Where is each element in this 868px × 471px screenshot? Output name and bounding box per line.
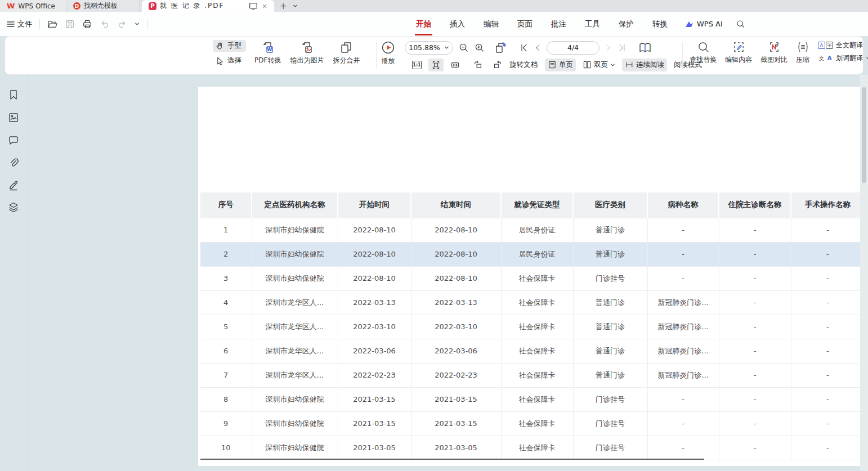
select-tool-button[interactable]: 选择 [213,55,246,66]
ribbon-tab-convert[interactable]: 转换 [651,13,669,35]
page-manage-icon[interactable] [494,41,508,55]
continuous-read-button[interactable]: 连续阅读 [622,59,667,71]
find-replace-button[interactable]: 查找替换 [690,41,717,65]
table-cell: 10 [200,436,252,460]
file-menu-button[interactable]: 文件 [7,19,32,29]
redo-icon[interactable] [117,19,127,29]
table-cell: 2021-03-05 [338,436,411,460]
read-mode-icon[interactable] [638,42,652,54]
ribbon-tab-protect[interactable]: 保护 [618,13,635,35]
table-cell: 2022-08-10 [338,266,411,290]
edit-content-label: 编辑内容 [725,55,752,65]
table-row: 10深圳市妇幼保健院2021-03-052021-03-05社会保障卡门诊挂号-… [200,436,860,460]
first-page-icon[interactable] [520,43,529,52]
pdf-convert-button[interactable]: W PDF转换 [254,41,281,65]
table-row: 2深圳市妇幼保健院2022-08-102022-08-10居民身份证普通门诊--… [200,242,860,266]
rotate-doc-label[interactable]: 旋转文档 [509,60,538,70]
zoom-level-dropdown[interactable]: 105.88% [405,41,453,55]
save-icon[interactable] [65,19,75,29]
ribbon-toolbar-panel: 手型 选择 W PDF转换 输出为图片 拆分合并 播放 105.88% [5,36,863,75]
ribbon-tab-insert[interactable]: 插入 [449,13,466,35]
fit-page-button[interactable] [428,59,444,71]
edit-content-button[interactable]: 编辑内容 [725,41,752,65]
scrollbar-thumb[interactable] [862,87,866,183]
table-cell: - [719,363,791,387]
table-cell: 6 [200,339,252,363]
ribbon-tab-tools[interactable]: 工具 [584,13,601,35]
next-page-icon[interactable] [605,44,612,52]
table-cell: - [719,387,791,411]
zoom-out-icon[interactable] [458,42,469,53]
split-merge-label: 拆分合并 [333,56,360,65]
table-cell: 5 [200,315,252,339]
table-cell: 社会保障卡 [501,339,573,363]
rotate-left-button[interactable] [470,58,486,71]
find-replace-label: 查找替换 [690,55,717,65]
quickbar-chevron-icon[interactable] [135,21,140,26]
undo-icon[interactable] [100,19,110,29]
vertical-scrollbar[interactable] [860,75,868,471]
chevron-down-icon [444,45,449,50]
ribbon-tab-edit[interactable]: 编辑 [482,13,500,35]
tab-wps-office[interactable]: W WPS Office [0,0,66,12]
pdf-convert-icon: W [261,41,275,54]
play-button[interactable]: 播放 [381,41,395,66]
ribbon-tabs: 开始 插入 编辑 页面 批注 工具 保护 转换 WPS AI [415,12,745,36]
search-icon[interactable] [736,19,745,29]
table-cell: 深圳市妇幼保健院 [252,411,338,436]
rotate-right-button[interactable] [490,58,505,71]
close-tab-icon[interactable]: × [262,2,267,10]
menubar: 文件 开始 插入 编辑 页面 批注 工具 保护 转换 WPS AI [0,12,868,36]
table-cell: 深圳市妇幼保健院 [252,436,338,460]
actual-size-button[interactable]: 1:1 [409,59,424,71]
tab-list-chevron-icon[interactable] [293,3,298,8]
word-translate-icon: 文A [818,55,833,62]
wps-ai-button[interactable]: WPS AI [685,20,723,28]
last-page-icon[interactable] [618,43,627,52]
table-cell: 普通门诊 [573,290,647,315]
monitor-icon[interactable] [248,1,258,11]
ribbon-tab-home[interactable]: 开始 [415,13,432,35]
table-row: 9深圳市妇幼保健院2021-03-152021-03-15社会保障卡门诊挂号--… [200,411,860,436]
table-cell: - [791,411,860,436]
new-tab-icon[interactable]: + [280,1,287,11]
comment-icon[interactable] [7,134,20,146]
open-folder-icon[interactable] [47,19,57,29]
ribbon-tab-comment[interactable]: 批注 [550,13,567,35]
prev-page-icon[interactable] [534,44,542,52]
signature-pen-icon[interactable] [7,179,20,191]
fit-width-button[interactable] [448,59,463,71]
table-cell: 2022-03-13 [411,290,501,315]
print-icon[interactable] [82,19,92,29]
layers-icon[interactable] [7,201,20,213]
tab-document-active[interactable]: P 就 医 记 录 .PDF × [142,0,274,12]
pdf-page[interactable]: 序号定点医药机构名称开始时间结束时间就诊凭证类型医疗类别病种名称住院主诊断名称手… [198,87,860,466]
continuous-read-icon [625,60,634,69]
split-merge-button[interactable]: 拆分合并 [333,41,360,65]
table-row: 1深圳市妇幼保健院2022-08-102022-08-10居民身份证普通门诊--… [200,218,860,242]
compress-button[interactable]: 压缩 [796,41,809,65]
document-title: 就 医 记 录 .PDF [160,1,245,11]
play-icon [381,41,395,55]
hand-tool-button[interactable]: 手型 [213,40,246,52]
attachment-icon[interactable] [7,156,20,169]
thumbnails-icon[interactable] [7,111,20,124]
table-cell: 深圳市妇幼保健院 [252,242,338,266]
svg-text:W: W [267,47,272,52]
document-workspace: 序号定点医药机构名称开始时间结束时间就诊凭证类型医疗类别病种名称住院主诊断名称手… [0,75,868,471]
export-image-button[interactable]: 输出为图片 [290,41,324,65]
page-indicator: 4/4 [567,43,579,52]
full-translate-button[interactable]: A字 全文翻译 [818,41,868,50]
word-translate-button[interactable]: 文A 划词翻译 [818,53,868,63]
single-page-button[interactable]: 单页 [545,59,576,71]
tab-docer-templates[interactable]: D 找稻壳模板 [66,0,140,12]
bookmark-icon[interactable] [7,89,20,101]
screenshot-compare-button[interactable]: 截图对比 [760,41,788,65]
table-cell: - [647,218,719,242]
wps-ai-icon [685,20,694,28]
ribbon-tab-page[interactable]: 页面 [516,13,534,35]
zoom-in-icon[interactable] [474,42,485,53]
table-cell: - [791,266,860,290]
double-page-button[interactable]: 双页 [580,59,618,71]
page-number-input[interactable]: 4/4 [547,41,599,55]
